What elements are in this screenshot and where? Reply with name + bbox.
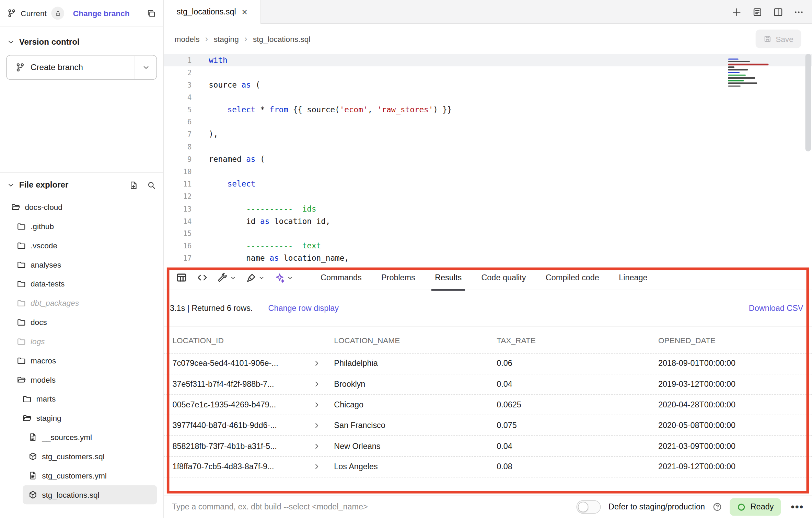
help-icon[interactable]	[713, 502, 722, 511]
download-csv-link[interactable]: Download CSV	[749, 304, 803, 313]
results-panel: CommandsProblemsResultsCode qualityCompi…	[164, 266, 812, 496]
code-line-6: 6	[164, 116, 812, 128]
file-name: models	[31, 375, 56, 384]
new-file-icon[interactable]	[129, 181, 138, 190]
file-tree-item-logs[interactable]: logs	[0, 332, 163, 351]
file-tree-item-dbt-packages[interactable]: dbt_packages	[0, 293, 163, 313]
code-line-13: 13 ---------- ids	[164, 203, 812, 215]
panel-tab-results[interactable]: Results	[425, 265, 471, 290]
cell-location-name: Brooklyn	[334, 380, 497, 389]
file-tree-item--github[interactable]: .github	[0, 217, 163, 236]
panel-tabs: CommandsProblemsResultsCode qualityCompi…	[311, 265, 657, 290]
new-tab-icon[interactable]	[732, 7, 742, 17]
copy-branch-icon[interactable]	[147, 9, 156, 18]
file-tree-item-docs[interactable]: docs	[0, 313, 163, 332]
file-tree-item-marts[interactable]: marts	[0, 389, 163, 408]
breadcrumb-item[interactable]: stg_locations.sql	[253, 34, 310, 43]
breadcrumb-item[interactable]: models	[175, 34, 200, 43]
file-name: analyses	[31, 260, 61, 269]
results-status-row: 3.1s | Returned 6 rows. Change row displ…	[164, 290, 812, 327]
code-line-8: 8	[164, 140, 812, 153]
file-tree-item--sources-yml[interactable]: __sources.yml	[0, 428, 163, 447]
panel-tab-compiled-code[interactable]: Compiled code	[536, 265, 609, 290]
expand-row-icon[interactable]	[313, 463, 321, 470]
code-line-9: 9renamed as (	[164, 153, 812, 165]
breadcrumb-item[interactable]: staging	[214, 34, 239, 43]
split-editor-icon[interactable]	[773, 7, 783, 17]
table-row: 7c079cea-5ed4-4101-906e-...Philadelphia0…	[164, 353, 812, 374]
build-tools-icon[interactable]	[218, 272, 236, 283]
file-explorer-header[interactable]: File explorer	[0, 172, 163, 197]
command-input[interactable]: Type a command, ex. dbt build --select <…	[172, 502, 368, 511]
file-tree-item-stg-customers-sql[interactable]: stg_customers.sql	[0, 447, 163, 466]
panel-tab-lineage[interactable]: Lineage	[609, 265, 658, 290]
line-number: 3	[164, 81, 192, 89]
close-tab-icon[interactable]: ×	[242, 7, 247, 17]
results-grid-icon[interactable]	[176, 272, 187, 283]
breadcrumb: models›staging›stg_locations.sql	[175, 34, 311, 44]
file-tree-item-stg-locations-sql[interactable]: stg_locations.sql	[23, 485, 157, 504]
code-line-4: 4	[164, 91, 812, 103]
table-row: 1f8ffa70-7cb5-4d83-8a7f-9...Los Angeles0…	[164, 457, 812, 477]
ai-assist-icon[interactable]	[275, 272, 293, 283]
folder-open-icon	[17, 375, 26, 384]
code-text: renamed as (	[192, 155, 265, 164]
change-row-display-link[interactable]: Change row display	[268, 304, 339, 313]
file-tree-item-stg-customers-yml[interactable]: stg_customers.yml	[0, 466, 163, 485]
expand-row-icon[interactable]	[313, 360, 321, 367]
code-line-16: 16 ---------- text	[164, 240, 812, 252]
editor-list-icon[interactable]	[753, 7, 763, 17]
format-code-icon[interactable]	[246, 272, 265, 283]
save-button[interactable]: Save	[755, 30, 801, 48]
tab-stg-locations-sql[interactable]: stg_locations.sql ×	[164, 0, 261, 24]
panel-tab-commands[interactable]: Commands	[311, 265, 371, 290]
editor-more-options-icon[interactable]	[794, 7, 804, 17]
expand-row-icon[interactable]	[313, 381, 321, 388]
change-branch-link[interactable]: Change branch	[73, 9, 130, 18]
defer-label: Defer to staging/production	[608, 502, 705, 511]
file-name: docs	[31, 318, 47, 327]
editor-scrollbar[interactable]	[805, 54, 811, 151]
command-bar-more-icon[interactable]: •••	[791, 501, 804, 513]
file-tree-item-analyses[interactable]: analyses	[0, 255, 163, 274]
folder-icon	[17, 241, 26, 250]
file-tree: docs-cloud.github.vscodeanalysesdata-tes…	[0, 198, 163, 504]
version-control-section-header[interactable]: Version control	[0, 27, 163, 54]
expand-row-icon[interactable]	[313, 422, 321, 429]
code-line-11: 11 select	[164, 178, 812, 190]
branch-lock-icon	[51, 7, 64, 20]
create-branch-dropdown-button[interactable]	[135, 55, 156, 79]
cell-location-id: 7c079cea-5ed4-4101-906e-...	[172, 359, 278, 368]
search-icon[interactable]	[147, 181, 156, 190]
cell-opened-date: 2020-05-08T00:00:00	[658, 421, 812, 430]
file-tree-item--vscode[interactable]: .vscode	[0, 236, 163, 255]
breadcrumb-row: models›staging›stg_locations.sql Save	[164, 24, 812, 54]
cell-opened-date: 2020-04-28T00:00:00	[658, 400, 812, 409]
panel-tab-code-quality[interactable]: Code quality	[472, 265, 536, 290]
file-tree-item-data-tests[interactable]: data-tests	[0, 274, 163, 293]
file-tree-item-models[interactable]: models	[0, 370, 163, 389]
minimap[interactable]	[728, 57, 774, 88]
cell-location-name: Philadelphia	[334, 359, 497, 368]
table-row: 005e7e1c-1935-4269-b479...Chicago0.06252…	[164, 395, 812, 415]
file-name: dbt_packages	[31, 299, 79, 307]
line-number: 8	[164, 143, 192, 151]
file-tree-item-docs-cloud[interactable]: docs-cloud	[0, 198, 163, 217]
save-icon	[763, 35, 772, 43]
cell-opened-date: 2021-09-12T00:00:00	[658, 462, 812, 471]
folder-icon	[17, 318, 26, 327]
line-number: 5	[164, 105, 192, 114]
file-tree-item-macros[interactable]: macros	[0, 351, 163, 370]
file-tree-item-staging[interactable]: staging	[0, 408, 163, 428]
expand-row-icon[interactable]	[313, 401, 321, 408]
defer-toggle[interactable]	[577, 500, 601, 514]
file-explorer-title: File explorer	[19, 180, 69, 190]
cell-tax-rate: 0.0625	[497, 400, 658, 409]
expand-row-icon[interactable]	[313, 442, 321, 450]
status-badge[interactable]: Ready	[730, 498, 781, 516]
sql-code-icon[interactable]	[197, 272, 208, 283]
code-editor[interactable]: 1with23source as (45 select * from {{ so…	[164, 54, 812, 266]
panel-tab-problems[interactable]: Problems	[371, 265, 425, 290]
create-branch-button[interactable]: Create branch	[6, 55, 157, 80]
cell-tax-rate: 0.04	[497, 380, 658, 389]
